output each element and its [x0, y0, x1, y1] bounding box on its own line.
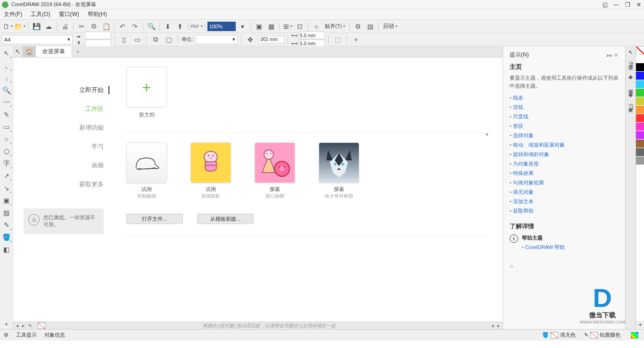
color-proof-swatch[interactable] [631, 332, 638, 339]
pdf-button[interactable]: PDF [191, 21, 202, 32]
color-swatch-3[interactable] [636, 80, 644, 89]
drop-shadow-tool[interactable]: ▣ [1, 195, 12, 206]
nudge-field[interactable]: .001 mm [258, 36, 284, 43]
nav-workspace[interactable]: 工作区 [85, 105, 104, 113]
cloud-button[interactable]: ☁ [43, 21, 54, 32]
cut-button[interactable]: ✂ [76, 21, 87, 32]
collapse-icon[interactable]: ▾ [486, 131, 488, 138]
open-button[interactable]: 📁 [14, 21, 25, 32]
hints-home-icon[interactable]: ⌂ [510, 263, 513, 269]
color-swatch-7[interactable] [636, 114, 644, 123]
nav-getmore[interactable]: 获取更多 [79, 180, 104, 189]
hint-link-6[interactable]: 旋转和倾斜对象 [510, 151, 619, 158]
close-button[interactable]: ✕ [636, 1, 642, 8]
nav-gallery[interactable]: 画廊 [91, 161, 104, 170]
nocolor-swatch[interactable] [636, 46, 644, 55]
ellipse-tool[interactable]: ○ [1, 134, 12, 144]
outline-swatch[interactable] [590, 332, 598, 339]
undo-button[interactable]: ↶ [117, 21, 128, 32]
save-button[interactable]: 💾 [31, 21, 42, 32]
portrait-button[interactable]: ▯ [118, 34, 130, 45]
zoom-level[interactable]: 100% [207, 22, 236, 31]
color-swatch-8[interactable] [636, 123, 644, 131]
hint-link-11[interactable]: 添加文本 [510, 198, 619, 205]
smart-fill-tool[interactable]: ◧ [1, 244, 12, 255]
hint-link-9[interactable]: 勾画对象轮廓 [510, 179, 619, 186]
polygon-tool[interactable]: ⬠ [1, 146, 12, 157]
grid-button[interactable]: ⊞ [282, 21, 293, 32]
landscape-button[interactable]: ▭ [132, 34, 143, 45]
color-swatch-4[interactable] [636, 89, 644, 97]
search-button[interactable]: 🔍 [146, 21, 157, 32]
parallel-dim-tool[interactable]: ↗ [1, 171, 12, 181]
thumb-cap[interactable] [126, 142, 167, 183]
shape-tool[interactable]: ◟ [1, 60, 12, 71]
all-pages-button[interactable]: ⧉ [150, 34, 161, 45]
new-document-card[interactable]: + [126, 67, 167, 108]
color-swatch-9[interactable] [636, 131, 644, 140]
fill-tool[interactable]: 🪣 [1, 232, 12, 242]
treat-as-filled-button[interactable]: ⬚ [332, 34, 343, 45]
hint-link-8[interactable]: 特殊效果 [510, 170, 619, 177]
docker-pick-icon[interactable]: ↖ [628, 49, 633, 56]
hint-link-5[interactable]: 移动、缩放和延展对象 [510, 141, 619, 149]
color-swatch-1[interactable] [636, 63, 644, 72]
connector-tool[interactable]: ↘ [1, 183, 12, 193]
scroll-right-icon[interactable]: ▸ [497, 323, 500, 328]
import-button[interactable]: ⬇ [162, 21, 173, 32]
hint-link-12[interactable]: 获取帮助 [510, 207, 619, 215]
color-swatch-12[interactable] [636, 157, 644, 165]
launch-dropdown[interactable]: 启动 [381, 21, 399, 32]
hint-link-1[interactable]: 连线 [510, 104, 619, 111]
nav-left-icon[interactable]: ◂ [16, 323, 18, 328]
eyedropper-icon[interactable]: ✎ [28, 323, 32, 328]
nav-right-icon[interactable]: ▸ [22, 323, 25, 328]
zoom-tool[interactable]: 🔍 [1, 85, 12, 95]
guides-button[interactable]: ⊡ [294, 21, 305, 32]
new-from-template-button[interactable]: 从模板新建... [197, 214, 254, 224]
tab-add-button[interactable]: + [72, 46, 83, 57]
nav-whatsnew[interactable]: 新增功能 [79, 124, 104, 132]
tab-welcome[interactable]: 欢迎屏幕 [36, 46, 72, 57]
docker-objects-icon[interactable]: ◈ [628, 91, 633, 98]
coreldraw-help-link[interactable]: CorelDRAW 帮助 [522, 244, 565, 251]
color-swatch-5[interactable] [636, 97, 644, 106]
color-swatch-6[interactable] [636, 106, 644, 114]
crop-tool[interactable]: ⍚ [1, 73, 12, 83]
paste-button[interactable]: 📋 [100, 21, 112, 32]
open-file-button[interactable]: 打开文件... [126, 214, 183, 224]
add-color-button[interactable]: + [636, 321, 644, 329]
transparency-tool[interactable]: ▨ [1, 207, 12, 218]
layout-button[interactable]: ▤ [364, 21, 376, 32]
options-button[interactable]: ⚙ [352, 21, 363, 32]
panel-collapse-icon[interactable]: ▸▸ [607, 52, 612, 58]
hint-link-0[interactable]: 线条 [510, 94, 619, 101]
menu-window[interactable]: 窗口(W) [59, 10, 79, 18]
eyedropper-tool[interactable]: ✎ [1, 220, 12, 230]
docker-tab-properties[interactable]: 属性 [627, 83, 635, 89]
redo-button[interactable]: ↷ [129, 21, 140, 32]
fill-icon[interactable]: 🪣 [542, 332, 549, 338]
color-swatch-0[interactable] [636, 55, 644, 63]
hint-link-3[interactable]: 形状 [510, 123, 619, 130]
maximize-button[interactable]: ❐ [624, 1, 631, 8]
rulers-button[interactable]: ▦ [265, 21, 277, 32]
rectangle-tool[interactable]: ▭ [1, 122, 12, 132]
scroll-left-icon[interactable]: ◂ [491, 323, 494, 328]
print-button[interactable]: 🖨 [59, 21, 71, 32]
options-icon[interactable]: ⚙ [4, 332, 8, 338]
color-swatch-2[interactable] [636, 72, 644, 80]
hint-link-7[interactable]: 为对象造形 [510, 160, 619, 167]
color-swatch-10[interactable] [636, 140, 644, 148]
fullscreen-button[interactable]: ▣ [253, 21, 264, 32]
add-button[interactable]: + [350, 34, 362, 45]
zoom-drop[interactable]: ▾ [237, 21, 248, 32]
hint-link-2[interactable]: 尺度线 [510, 113, 619, 120]
thumb-husky[interactable] [319, 142, 359, 183]
menu-file[interactable]: 文件(F) [4, 10, 22, 18]
paper-select[interactable]: A4▾ [2, 35, 73, 44]
dup-x-field[interactable]: 5.0 mm [298, 32, 325, 39]
add-tool-button[interactable]: + [1, 319, 12, 329]
docker-tab-hints[interactable]: 提示(N) [627, 58, 635, 71]
user-icon[interactable]: ◱ [602, 1, 608, 8]
